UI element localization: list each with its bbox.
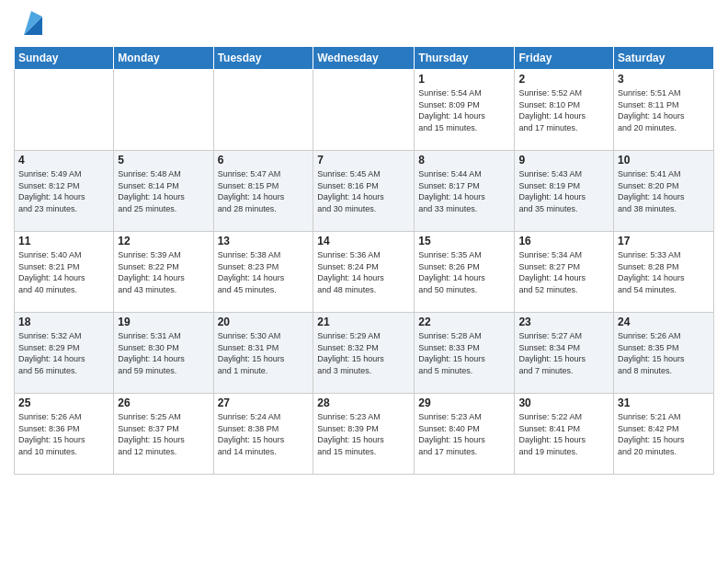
calendar-cell: 4Sunrise: 5:49 AM Sunset: 8:12 PM Daylig… [15, 151, 114, 232]
calendar-cell: 12Sunrise: 5:39 AM Sunset: 8:22 PM Dayli… [114, 232, 213, 313]
day-number: 9 [518, 154, 609, 167]
day-number: 6 [218, 154, 310, 167]
calendar-cell: 17Sunrise: 5:33 AM Sunset: 8:28 PM Dayli… [614, 232, 714, 313]
day-number: 23 [518, 316, 609, 328]
day-info: Sunrise: 5:26 AM Sunset: 8:36 PM Dayligh… [18, 411, 109, 457]
day-number: 15 [418, 235, 510, 247]
col-monday: Monday [114, 47, 213, 70]
day-number: 1 [418, 73, 510, 86]
calendar-cell: 28Sunrise: 5:23 AM Sunset: 8:39 PM Dayli… [313, 394, 415, 475]
day-info: Sunrise: 5:40 AM Sunset: 8:21 PM Dayligh… [18, 249, 109, 295]
calendar-cell: 14Sunrise: 5:36 AM Sunset: 8:24 PM Dayli… [313, 232, 415, 313]
day-number: 12 [118, 235, 209, 247]
calendar-cell: 5Sunrise: 5:48 AM Sunset: 8:14 PM Daylig… [114, 151, 213, 232]
day-info: Sunrise: 5:38 AM Sunset: 8:23 PM Dayligh… [218, 249, 310, 295]
day-number: 10 [618, 154, 710, 167]
calendar-cell: 3Sunrise: 5:51 AM Sunset: 8:11 PM Daylig… [614, 70, 714, 151]
day-info: Sunrise: 5:47 AM Sunset: 8:15 PM Dayligh… [218, 168, 310, 214]
day-number: 31 [618, 396, 710, 409]
calendar-cell: 16Sunrise: 5:34 AM Sunset: 8:27 PM Dayli… [515, 232, 614, 313]
day-info: Sunrise: 5:36 AM Sunset: 8:24 PM Dayligh… [317, 249, 410, 295]
calendar-week-row: 11Sunrise: 5:40 AM Sunset: 8:21 PM Dayli… [15, 232, 714, 313]
day-number: 17 [618, 235, 710, 247]
calendar-cell: 9Sunrise: 5:43 AM Sunset: 8:19 PM Daylig… [515, 151, 614, 232]
col-thursday: Thursday [415, 47, 515, 70]
day-info: Sunrise: 5:52 AM Sunset: 8:10 PM Dayligh… [518, 87, 609, 133]
day-info: Sunrise: 5:23 AM Sunset: 8:40 PM Dayligh… [418, 411, 510, 457]
calendar-cell [15, 70, 114, 151]
day-number: 25 [18, 396, 109, 409]
calendar-week-row: 1Sunrise: 5:54 AM Sunset: 8:09 PM Daylig… [15, 70, 714, 151]
col-saturday: Saturday [614, 47, 714, 70]
day-info: Sunrise: 5:27 AM Sunset: 8:34 PM Dayligh… [518, 330, 609, 376]
day-number: 24 [618, 316, 710, 328]
calendar-cell: 13Sunrise: 5:38 AM Sunset: 8:23 PM Dayli… [213, 232, 313, 313]
calendar-cell [213, 70, 313, 151]
calendar-cell: 21Sunrise: 5:29 AM Sunset: 8:32 PM Dayli… [313, 313, 415, 394]
calendar-cell: 10Sunrise: 5:41 AM Sunset: 8:20 PM Dayli… [614, 151, 714, 232]
day-number: 27 [218, 396, 310, 409]
day-info: Sunrise: 5:28 AM Sunset: 8:33 PM Dayligh… [418, 330, 510, 376]
calendar-cell: 29Sunrise: 5:23 AM Sunset: 8:40 PM Dayli… [415, 394, 515, 475]
day-info: Sunrise: 5:25 AM Sunset: 8:37 PM Dayligh… [118, 411, 209, 457]
calendar-week-row: 25Sunrise: 5:26 AM Sunset: 8:36 PM Dayli… [15, 394, 714, 475]
calendar-cell: 25Sunrise: 5:26 AM Sunset: 8:36 PM Dayli… [15, 394, 114, 475]
day-number: 7 [317, 154, 410, 167]
day-info: Sunrise: 5:32 AM Sunset: 8:29 PM Dayligh… [18, 330, 109, 376]
col-friday: Friday [515, 47, 614, 70]
day-info: Sunrise: 5:33 AM Sunset: 8:28 PM Dayligh… [618, 249, 710, 295]
logo-icon [17, 9, 46, 39]
calendar-cell: 18Sunrise: 5:32 AM Sunset: 8:29 PM Dayli… [15, 313, 114, 394]
logo [14, 9, 46, 39]
logo-text [14, 9, 46, 39]
calendar-cell: 1Sunrise: 5:54 AM Sunset: 8:09 PM Daylig… [415, 70, 515, 151]
col-sunday: Sunday [15, 47, 114, 70]
day-number: 22 [418, 316, 510, 328]
calendar-cell: 19Sunrise: 5:31 AM Sunset: 8:30 PM Dayli… [114, 313, 213, 394]
day-info: Sunrise: 5:44 AM Sunset: 8:17 PM Dayligh… [418, 168, 510, 214]
day-info: Sunrise: 5:23 AM Sunset: 8:39 PM Dayligh… [317, 411, 410, 457]
day-number: 2 [518, 73, 609, 86]
day-info: Sunrise: 5:35 AM Sunset: 8:26 PM Dayligh… [418, 249, 510, 295]
day-info: Sunrise: 5:22 AM Sunset: 8:41 PM Dayligh… [518, 411, 609, 457]
day-info: Sunrise: 5:34 AM Sunset: 8:27 PM Dayligh… [518, 249, 609, 295]
day-number: 4 [18, 154, 109, 167]
header [14, 9, 714, 39]
day-number: 14 [317, 235, 410, 247]
calendar-cell: 6Sunrise: 5:47 AM Sunset: 8:15 PM Daylig… [213, 151, 313, 232]
page: Sunday Monday Tuesday Wednesday Thursday… [0, 0, 728, 563]
calendar-week-row: 18Sunrise: 5:32 AM Sunset: 8:29 PM Dayli… [15, 313, 714, 394]
day-info: Sunrise: 5:45 AM Sunset: 8:16 PM Dayligh… [317, 168, 410, 214]
day-number: 21 [317, 316, 410, 328]
calendar-cell: 8Sunrise: 5:44 AM Sunset: 8:17 PM Daylig… [415, 151, 515, 232]
calendar-cell: 30Sunrise: 5:22 AM Sunset: 8:41 PM Dayli… [515, 394, 614, 475]
day-info: Sunrise: 5:29 AM Sunset: 8:32 PM Dayligh… [317, 330, 410, 376]
day-number: 8 [418, 154, 510, 167]
calendar-cell: 23Sunrise: 5:27 AM Sunset: 8:34 PM Dayli… [515, 313, 614, 394]
calendar-cell: 15Sunrise: 5:35 AM Sunset: 8:26 PM Dayli… [415, 232, 515, 313]
day-info: Sunrise: 5:39 AM Sunset: 8:22 PM Dayligh… [118, 249, 209, 295]
day-info: Sunrise: 5:21 AM Sunset: 8:42 PM Dayligh… [618, 411, 710, 457]
calendar-cell: 26Sunrise: 5:25 AM Sunset: 8:37 PM Dayli… [114, 394, 213, 475]
calendar-cell: 31Sunrise: 5:21 AM Sunset: 8:42 PM Dayli… [614, 394, 714, 475]
calendar-header-row: Sunday Monday Tuesday Wednesday Thursday… [15, 47, 714, 70]
calendar: Sunday Monday Tuesday Wednesday Thursday… [14, 46, 714, 475]
day-number: 30 [518, 396, 609, 409]
day-number: 19 [118, 316, 209, 328]
day-info: Sunrise: 5:26 AM Sunset: 8:35 PM Dayligh… [618, 330, 710, 376]
day-info: Sunrise: 5:43 AM Sunset: 8:19 PM Dayligh… [518, 168, 609, 214]
day-info: Sunrise: 5:54 AM Sunset: 8:09 PM Dayligh… [418, 87, 510, 133]
col-wednesday: Wednesday [313, 47, 415, 70]
day-number: 11 [18, 235, 109, 247]
day-number: 28 [317, 396, 410, 409]
day-number: 13 [218, 235, 310, 247]
calendar-cell: 2Sunrise: 5:52 AM Sunset: 8:10 PM Daylig… [515, 70, 614, 151]
day-info: Sunrise: 5:31 AM Sunset: 8:30 PM Dayligh… [118, 330, 209, 376]
day-number: 20 [218, 316, 310, 328]
day-number: 29 [418, 396, 510, 409]
day-number: 5 [118, 154, 209, 167]
calendar-week-row: 4Sunrise: 5:49 AM Sunset: 8:12 PM Daylig… [15, 151, 714, 232]
calendar-cell: 22Sunrise: 5:28 AM Sunset: 8:33 PM Dayli… [415, 313, 515, 394]
day-info: Sunrise: 5:48 AM Sunset: 8:14 PM Dayligh… [118, 168, 209, 214]
day-info: Sunrise: 5:49 AM Sunset: 8:12 PM Dayligh… [18, 168, 109, 214]
